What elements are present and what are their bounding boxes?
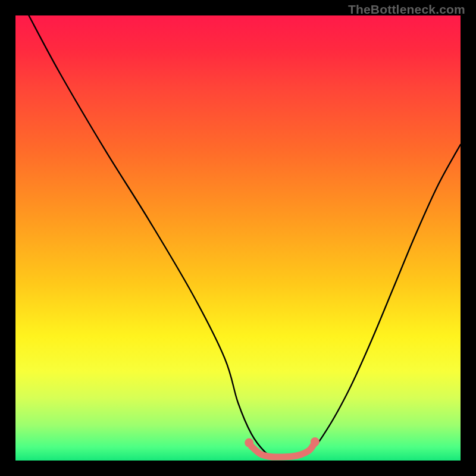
chart-stage: TheBottleneck.com — [0, 0, 476, 476]
highlight-dot — [311, 437, 320, 446]
chart-svg — [15, 15, 461, 461]
highlight-dot — [245, 439, 253, 447]
watermark-text: TheBottleneck.com — [348, 2, 465, 17]
plot-area — [15, 15, 461, 461]
bottleneck-curve — [29, 15, 461, 457]
